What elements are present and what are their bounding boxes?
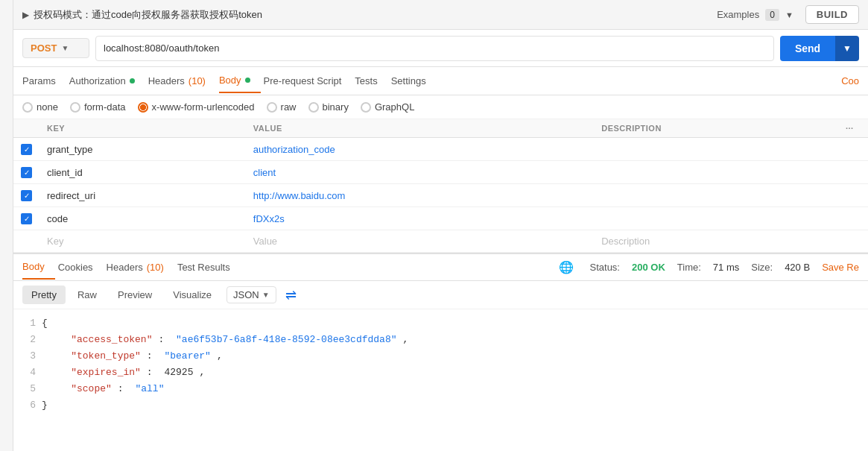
response-tab-headers[interactable]: Headers (10) xyxy=(107,256,174,279)
save-response-button[interactable]: Save Re xyxy=(822,262,859,273)
radio-graphql[interactable]: GraphQL xyxy=(361,101,414,113)
examples-dropdown-icon[interactable]: ▼ xyxy=(785,10,793,19)
line-number-6: 6 xyxy=(22,397,36,414)
json-val-expires-in: 42925 xyxy=(164,365,193,381)
json-open-brace: { xyxy=(42,315,48,332)
expand-arrow-icon[interactable]: ▶ xyxy=(22,10,29,20)
json-val-access-token: "ae6f53b7-6a8f-418e-8592-08ee3cdfdda8" xyxy=(176,332,396,348)
tab-tests-label: Tests xyxy=(355,75,377,86)
row3-key: redirect_uri xyxy=(39,184,246,207)
tab-body-label: Body xyxy=(219,75,241,86)
line-number-1: 1 xyxy=(22,315,36,332)
resp-tab-preview[interactable]: Preview xyxy=(109,286,161,304)
tab-params-label: Params xyxy=(22,75,56,86)
response-tab-body[interactable]: Body xyxy=(22,255,55,280)
resp-tab-pretty[interactable]: Pretty xyxy=(22,286,66,304)
json-line-2: 2 "access_token" : "ae6f53b7-6a8f-418e-8… xyxy=(22,332,859,348)
format-select[interactable]: JSON ▼ xyxy=(226,286,276,303)
row4-checkbox-cell[interactable]: ✓ xyxy=(13,207,39,230)
resp-tab-raw[interactable]: Raw xyxy=(69,286,106,304)
top-bar: ▶ 授权码模式：通过code向授权服务器获取授权码token Examples … xyxy=(13,0,868,30)
response-headers-count: (10) xyxy=(147,262,164,273)
radio-form-data-label: form-data xyxy=(84,101,126,113)
table-row: ✓ code fDXx2s xyxy=(13,207,868,230)
row3-more xyxy=(838,184,868,207)
row1-checkbox-cell[interactable]: ✓ xyxy=(13,138,39,161)
row2-checkbox-cell[interactable]: ✓ xyxy=(13,161,39,184)
row3-checkbox[interactable]: ✓ xyxy=(21,190,32,201)
row4-checkbox[interactable]: ✓ xyxy=(21,213,32,224)
radio-form-data-circle xyxy=(70,102,80,113)
tab-params[interactable]: Params xyxy=(22,69,66,92)
globe-icon: 🌐 xyxy=(559,260,574,274)
row4-value: fDXx2s xyxy=(246,207,594,230)
json-line-5: 5 "scope" : "all" xyxy=(22,381,859,397)
row3-checkbox-cell[interactable]: ✓ xyxy=(13,184,39,207)
resp-tab-raw-label: Raw xyxy=(77,289,97,300)
line-number-3: 3 xyxy=(22,348,36,365)
examples-area: Examples 0 ▼ xyxy=(717,9,793,21)
method-dropdown-icon: ▼ xyxy=(61,44,69,52)
table-row: ✓ grant_type authorization_code xyxy=(13,138,868,161)
response-tab-test-results-label: Test Results xyxy=(177,262,230,273)
method-select[interactable]: POST ▼ xyxy=(22,38,89,58)
radio-none[interactable]: none xyxy=(22,101,58,113)
coo-link[interactable]: Coo xyxy=(841,75,859,86)
json-comma-4: , xyxy=(199,365,205,381)
radio-raw[interactable]: raw xyxy=(267,101,297,113)
row2-value: client xyxy=(246,161,594,184)
col-key-header: KEY xyxy=(39,119,246,138)
radio-urlencoded[interactable]: x-www-form-urlencoded xyxy=(138,101,255,113)
resp-tab-visualize-label: Visualize xyxy=(173,289,212,300)
col-more-header: ··· xyxy=(838,119,868,138)
new-row-key[interactable]: Key xyxy=(39,230,246,253)
json-comma-3: , xyxy=(217,348,223,365)
tab-settings[interactable]: Settings xyxy=(391,69,437,92)
json-indent-4 xyxy=(42,365,65,381)
format-dropdown-icon: ▼ xyxy=(262,291,270,299)
table-row: ✓ redirect_uri http://www.baidu.com xyxy=(13,184,868,207)
new-row-desc[interactable]: Description xyxy=(594,230,838,253)
tab-headers-label: Headers xyxy=(148,75,185,86)
response-tab-test-results[interactable]: Test Results xyxy=(177,256,241,279)
json-line-4: 4 "expires_in" : 42925 , xyxy=(22,365,859,381)
tab-headers[interactable]: Headers (10) xyxy=(148,69,216,92)
status-label: Status: xyxy=(590,262,620,273)
response-tab-cookies[interactable]: Cookies xyxy=(58,256,104,279)
send-dropdown-button[interactable]: ▼ xyxy=(835,36,859,61)
json-line-1: 1 { xyxy=(22,315,859,332)
tab-authorization[interactable]: Authorization xyxy=(69,69,145,92)
examples-count[interactable]: 0 xyxy=(765,9,779,21)
row2-checkbox[interactable]: ✓ xyxy=(21,167,32,178)
json-indent-2 xyxy=(42,332,65,348)
radio-form-data[interactable]: form-data xyxy=(70,101,126,113)
wrap-icon[interactable]: ⇌ xyxy=(285,287,297,303)
response-tab-cookies-label: Cookies xyxy=(58,262,93,273)
radio-binary-circle xyxy=(308,102,319,113)
json-key-access-token: "access_token" xyxy=(71,332,152,348)
status-area: 🌐 Status: 200 OK Time: 71 ms Size: 420 B… xyxy=(559,260,859,274)
url-input[interactable] xyxy=(95,36,774,61)
radio-urlencoded-circle xyxy=(138,102,148,113)
row3-value: http://www.baidu.com xyxy=(246,184,594,207)
new-row-value[interactable]: Value xyxy=(246,230,594,253)
row1-checkbox[interactable]: ✓ xyxy=(21,144,32,155)
build-button[interactable]: BUILD xyxy=(805,5,859,24)
radio-binary[interactable]: binary xyxy=(308,101,349,113)
json-indent-3 xyxy=(42,348,65,365)
send-button[interactable]: Send xyxy=(780,36,835,61)
row2-more xyxy=(838,161,868,184)
radio-graphql-circle xyxy=(361,102,371,113)
line-number-4: 4 xyxy=(22,365,36,381)
row4-desc xyxy=(594,207,838,230)
tab-pre-request[interactable]: Pre-request Script xyxy=(264,69,352,92)
tab-tests[interactable]: Tests xyxy=(355,69,387,92)
col-value-header: VALUE xyxy=(246,119,594,138)
radio-binary-label: binary xyxy=(323,101,349,113)
resp-tab-visualize[interactable]: Visualize xyxy=(164,286,221,304)
tab-body[interactable]: Body xyxy=(219,69,261,93)
radio-raw-label: raw xyxy=(281,101,297,113)
size-value: 420 B xyxy=(785,262,810,273)
col-desc-header: DESCRIPTION xyxy=(594,119,838,138)
row1-value: authorization_code xyxy=(246,138,594,161)
